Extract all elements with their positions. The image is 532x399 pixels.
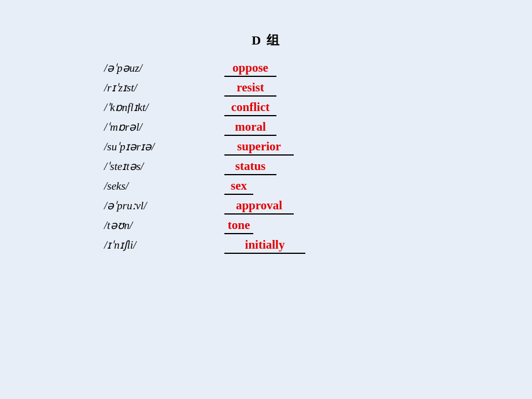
word-answer-1: resist <box>224 80 276 97</box>
word-answer-0: oppose <box>224 61 276 77</box>
vocab-row: /ˈsteɪtəs/status <box>104 159 428 175</box>
page-title: D 组 <box>252 32 280 49</box>
vocab-row: /rɪˈzɪst/resist <box>104 80 428 97</box>
phonetic-2: /ˈkɒnflɪkt/ <box>104 101 220 114</box>
vocab-row: /ˈkɒnflɪkt/conflict <box>104 100 428 116</box>
word-answer-6: sex <box>224 179 253 195</box>
phonetic-3: /ˈmɒrəl/ <box>104 120 220 134</box>
vocab-row: /seks/sex <box>104 179 428 195</box>
vocab-row: /suˈpɪərɪə/superior <box>104 139 428 156</box>
vocab-row: /əˈpruːvl/approval <box>104 198 428 215</box>
phonetic-6: /seks/ <box>104 180 220 193</box>
word-answer-5: status <box>224 159 276 175</box>
phonetic-9: /ɪˈnɪʃli/ <box>104 238 220 252</box>
word-answer-8: tone <box>224 218 253 234</box>
vocab-list: /əˈpəuz/oppose/rɪˈzɪst/resist/ˈkɒnflɪkt/… <box>104 61 428 254</box>
word-answer-7: approval <box>224 198 294 215</box>
phonetic-1: /rɪˈzɪst/ <box>104 81 220 94</box>
vocab-row: /təʊn/tone <box>104 218 428 234</box>
word-answer-9: initially <box>224 238 305 254</box>
word-answer-3: moral <box>224 120 276 136</box>
word-answer-4: superior <box>224 139 294 156</box>
phonetic-0: /əˈpəuz/ <box>104 61 220 75</box>
phonetic-5: /ˈsteɪtəs/ <box>104 160 220 173</box>
phonetic-7: /əˈpruːvl/ <box>104 199 220 212</box>
phonetic-4: /suˈpɪərɪə/ <box>104 140 220 153</box>
word-answer-2: conflict <box>224 100 276 116</box>
vocab-row: /ˈmɒrəl/moral <box>104 120 428 136</box>
page-container: D 组 /əˈpəuz/oppose/rɪˈzɪst/resist/ˈkɒnfl… <box>0 0 532 399</box>
vocab-row: /ɪˈnɪʃli/initially <box>104 238 428 254</box>
vocab-row: /əˈpəuz/oppose <box>104 61 428 77</box>
phonetic-8: /təʊn/ <box>104 219 220 232</box>
